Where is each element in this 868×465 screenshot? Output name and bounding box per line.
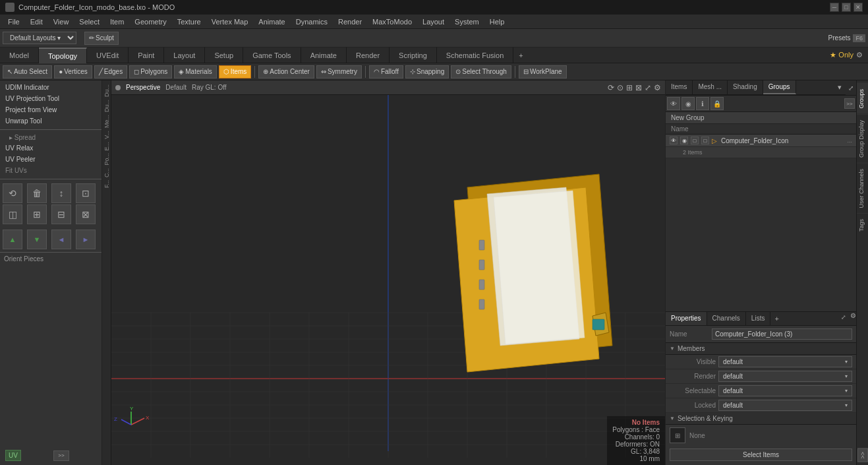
spread-tool[interactable]: ▸ Spread (1, 133, 100, 142)
tab-render[interactable]: Render (347, 47, 390, 63)
arrow-left-button[interactable]: ◄ (51, 230, 71, 249)
info-icon-button[interactable]: ℹ (696, 97, 709, 110)
tool-icon-7[interactable]: ⊟ (51, 204, 71, 224)
tab-shading[interactable]: Shading (728, 80, 763, 94)
side-expand-button[interactable]: >> (857, 449, 868, 462)
right-expand-button[interactable]: >> (844, 98, 855, 109)
tool-icon-3[interactable]: ↕ (51, 183, 71, 203)
viewport-canvas[interactable]: X Y Z No Items Polygons : Face Channels:… (111, 95, 665, 465)
project-from-view-tool[interactable]: Project from View (1, 104, 100, 115)
auto-select-button[interactable]: ↖ Auto Select (3, 65, 52, 78)
tool-icon-1[interactable]: ⟲ (3, 183, 22, 203)
menu-edit[interactable]: Edit (25, 16, 48, 27)
menu-view[interactable]: View (48, 16, 74, 27)
strip-label-3[interactable]: Me... (103, 113, 110, 129)
strip-label-2[interactable]: Du... (103, 98, 110, 113)
tab-items[interactable]: Items (666, 80, 693, 94)
side-tab-user-channels[interactable]: User Channels (857, 163, 868, 214)
viewport-tool-1[interactable]: ⟳ (608, 83, 614, 92)
menu-texture[interactable]: Texture (172, 16, 206, 27)
name-field-value[interactable]: Computer_Folder_Icon (3) (712, 328, 852, 340)
visible-dropdown[interactable]: default ▾ (718, 356, 852, 367)
strip-label-5[interactable]: E... (103, 140, 110, 152)
expand-left-button[interactable]: >> (53, 450, 69, 461)
props-expand-button[interactable]: ⤢ (838, 312, 849, 323)
viewport-tool-2[interactable]: ⊙ (617, 83, 623, 92)
menu-file[interactable]: File (3, 16, 25, 27)
side-tab-tags[interactable]: Tags (857, 213, 868, 237)
snapping-button[interactable]: ⊹ Snapping (405, 65, 449, 78)
tab-schematic-fusion[interactable]: Schematic Fusion (437, 47, 513, 63)
menu-system[interactable]: System (449, 16, 484, 27)
menu-maxtomode[interactable]: MaxToModo (367, 16, 417, 27)
sculpt-button[interactable]: ✏ Sculpt (84, 32, 119, 45)
menu-help[interactable]: Help (484, 16, 510, 27)
tool-icon-4[interactable]: ⊡ (76, 183, 96, 203)
tab-animate[interactable]: Animate (301, 47, 347, 63)
arrow-right-button[interactable]: ► (76, 230, 96, 249)
lock-icon-button[interactable]: 🔒 (710, 97, 724, 110)
panel-expand-button[interactable]: ⤢ (848, 84, 854, 92)
selectable-dropdown[interactable]: default ▾ (718, 385, 852, 396)
mode-settings-icon[interactable]: ⚙ (856, 51, 863, 59)
props-tab-properties[interactable]: Properties (666, 312, 707, 325)
tab-topology[interactable]: Topology (39, 47, 87, 63)
menu-geometry[interactable]: Geometry (129, 16, 171, 27)
props-settings-icon[interactable]: ⚙ (850, 312, 856, 325)
window-controls[interactable]: ─ □ ✕ (830, 3, 863, 12)
minimize-button[interactable]: ─ (830, 3, 839, 12)
close-button[interactable]: ✕ (854, 3, 863, 12)
tab-setup[interactable]: Setup (205, 47, 243, 63)
default-label[interactable]: Default (165, 84, 187, 91)
item-icons-3[interactable]: □ (691, 137, 699, 144)
tab-groups[interactable]: Groups (763, 80, 796, 94)
ray-gl-label[interactable]: Ray GL: Off (192, 84, 227, 91)
camera-icon-button[interactable]: ◉ (681, 97, 695, 110)
viewport-expand[interactable]: ⤢ (645, 83, 651, 92)
side-tab-group-display[interactable]: Group Display (857, 114, 868, 163)
menu-animate[interactable]: Animate (253, 16, 290, 27)
strip-label-7[interactable]: C... (103, 167, 110, 179)
members-section-header[interactable]: ▼ Members (666, 343, 856, 355)
uv-peeler-tool[interactable]: UV Peeler (1, 154, 100, 165)
symmetry-button[interactable]: ⇔ Symmetry (316, 65, 362, 78)
tab-game-tools[interactable]: Game Tools (243, 47, 301, 63)
props-tab-lists[interactable]: Lists (746, 312, 771, 325)
uv-relax-tool[interactable]: UV Relax (1, 142, 100, 154)
menu-item[interactable]: Item (105, 16, 129, 27)
viewport-tool-4[interactable]: ⊠ (635, 83, 642, 92)
props-tab-channels[interactable]: Channels (707, 312, 746, 325)
menu-vertex-map[interactable]: Vertex Map (206, 16, 254, 27)
strip-label-6[interactable]: Po... (103, 152, 110, 167)
maximize-button[interactable]: □ (842, 3, 851, 12)
render-dropdown[interactable]: default ▾ (718, 371, 852, 382)
action-center-button[interactable]: ⊕ Action Center (258, 65, 314, 78)
select-items-button[interactable]: Select Items (670, 449, 852, 461)
viewport-settings[interactable]: ⚙ (654, 83, 661, 92)
falloff-button[interactable]: ◠ Falloff (369, 65, 403, 78)
tool-icon-8[interactable]: ⊠ (76, 204, 96, 224)
tool-icon-5[interactable]: ◫ (3, 204, 22, 224)
select-through-button[interactable]: ⊙ Select Through (451, 65, 511, 78)
arrow-up-button[interactable]: ▲ (3, 230, 22, 249)
vertices-button[interactable]: ● Vertices (54, 65, 92, 78)
add-tab-button[interactable]: + (513, 49, 528, 62)
udim-indicator-tool[interactable]: UDIM Indicator (1, 82, 100, 93)
item-row-folder-icon[interactable]: 👁 ◉ □ □ ▷ Computer_Folder_Icon ... (666, 135, 856, 147)
materials-button[interactable]: ◈ Materials (174, 65, 217, 78)
items-button[interactable]: ⬡ Items (219, 65, 251, 78)
strip-label-1[interactable]: Du... (103, 83, 110, 98)
default-layouts-dropdown[interactable]: Default Layouts ▾ (3, 32, 76, 44)
tab-mesh[interactable]: Mesh ... (693, 80, 728, 94)
selection-keying-header[interactable]: ▼ Selection & Keying (666, 413, 856, 425)
item-icons-4[interactable]: □ (701, 137, 709, 144)
presets-key[interactable]: F6 (853, 34, 865, 42)
strip-label-4[interactable]: V... (103, 129, 110, 140)
workplane-button[interactable]: ⊟ WorkPlane (519, 65, 567, 78)
menu-layout[interactable]: Layout (417, 16, 449, 27)
uv-projection-tool[interactable]: UV Projection Tool (1, 93, 100, 104)
unwrap-tool[interactable]: Unwrap Tool (1, 115, 100, 127)
viewport-tool-3[interactable]: ⊞ (626, 83, 633, 92)
strip-label-8[interactable]: F... (103, 179, 110, 189)
tab-layout[interactable]: Layout (164, 47, 205, 63)
